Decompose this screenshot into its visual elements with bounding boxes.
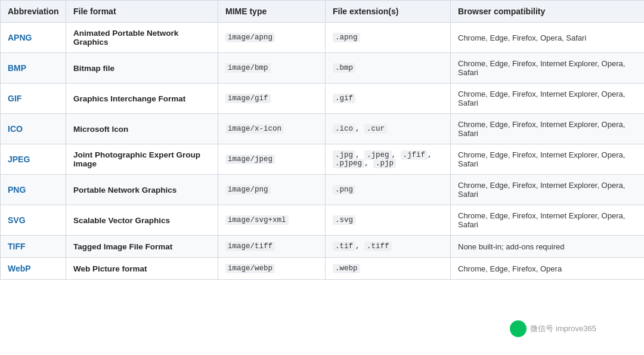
cell-browser-compatibility: None built-in; add-ons required <box>451 236 645 258</box>
cell-file-format: Tagged Image File Format <box>66 236 218 258</box>
watermark-icon <box>510 320 527 337</box>
cell-mime-type: image/png <box>218 175 326 205</box>
cell-file-extensions: .webp <box>326 258 451 280</box>
watermark-text: 微信号 improve365 <box>530 323 596 334</box>
cell-browser-compatibility: Chrome, Edge, Firefox, Opera, Safari <box>451 23 645 53</box>
cell-browser-compatibility: Chrome, Edge, Firefox, Internet Explorer… <box>451 144 645 175</box>
header-browser-compatibility: Browser compatibility <box>451 1 645 23</box>
cell-mime-type: image/svg+xml <box>218 205 326 236</box>
cell-mime-type: image/jpeg <box>218 144 326 175</box>
cell-file-extensions: .gif <box>326 84 451 114</box>
cell-abbreviation: APNG <box>1 23 66 53</box>
cell-mime-type: image/gif <box>218 84 326 114</box>
table-row: ICOMicrosoft Iconimage/x-icon.ico, .curC… <box>1 114 645 144</box>
cell-file-format: Joint Photographic Expert Group image <box>66 144 218 175</box>
table-row: JPEGJoint Photographic Expert Group imag… <box>1 144 645 175</box>
header-abbreviation: Abbreviation <box>1 1 66 23</box>
cell-file-format: Portable Network Graphics <box>66 175 218 205</box>
table-row: WebPWeb Picture formatimage/webp.webpChr… <box>1 258 645 280</box>
header-file-format: File format <box>66 1 218 23</box>
cell-abbreviation: GIF <box>1 84 66 114</box>
cell-browser-compatibility: Chrome, Edge, Firefox, Internet Explorer… <box>451 53 645 84</box>
cell-file-extensions: .bmp <box>326 53 451 84</box>
cell-browser-compatibility: Chrome, Edge, Firefox, Internet Explorer… <box>451 114 645 144</box>
cell-abbreviation: TIFF <box>1 236 66 258</box>
cell-browser-compatibility: Chrome, Edge, Firefox, Opera <box>451 258 645 280</box>
cell-abbreviation: BMP <box>1 53 66 84</box>
table-header-row: Abbreviation File format MIME type File … <box>1 1 645 23</box>
header-file-extensions: File extension(s) <box>326 1 451 23</box>
cell-file-extensions: .ico, .cur <box>326 114 451 144</box>
cell-browser-compatibility: Chrome, Edge, Firefox, Internet Explorer… <box>451 175 645 205</box>
cell-abbreviation: SVG <box>1 205 66 236</box>
table-row: GIFGraphics Interchange Formatimage/gif.… <box>1 84 645 114</box>
cell-mime-type: image/bmp <box>218 53 326 84</box>
table-row: TIFFTagged Image File Formatimage/tiff.t… <box>1 236 645 258</box>
cell-abbreviation: ICO <box>1 114 66 144</box>
watermark: 微信号 improve365 <box>510 320 596 337</box>
cell-browser-compatibility: Chrome, Edge, Firefox, Internet Explorer… <box>451 84 645 114</box>
cell-file-format: Animated Portable Network Graphics <box>66 23 218 53</box>
cell-file-format: Web Picture format <box>66 258 218 280</box>
header-mime-type: MIME type <box>218 1 326 23</box>
cell-file-extensions: .jpg, .jpeg, .jfif, .pjpeg, .pjp <box>326 144 451 175</box>
cell-abbreviation: JPEG <box>1 144 66 175</box>
cell-mime-type: image/tiff <box>218 236 326 258</box>
cell-abbreviation: WebP <box>1 258 66 280</box>
cell-file-format: Scalable Vector Graphics <box>66 205 218 236</box>
cell-abbreviation: PNG <box>1 175 66 205</box>
table-row: SVGScalable Vector Graphicsimage/svg+xml… <box>1 205 645 236</box>
cell-file-extensions: .tif, .tiff <box>326 236 451 258</box>
cell-mime-type: image/x-icon <box>218 114 326 144</box>
cell-file-format: Bitmap file <box>66 53 218 84</box>
cell-file-extensions: .png <box>326 175 451 205</box>
cell-file-extensions: .apng <box>326 23 451 53</box>
cell-file-extensions: .svg <box>326 205 451 236</box>
image-formats-table: Abbreviation File format MIME type File … <box>0 0 644 280</box>
cell-file-format: Microsoft Icon <box>66 114 218 144</box>
table-row: BMPBitmap fileimage/bmp.bmpChrome, Edge,… <box>1 53 645 84</box>
table-row: APNGAnimated Portable Network Graphicsim… <box>1 23 645 53</box>
cell-browser-compatibility: Chrome, Edge, Firefox, Internet Explorer… <box>451 205 645 236</box>
cell-file-format: Graphics Interchange Format <box>66 84 218 114</box>
table-row: PNGPortable Network Graphicsimage/png.pn… <box>1 175 645 205</box>
cell-mime-type: image/webp <box>218 258 326 280</box>
cell-mime-type: image/apng <box>218 23 326 53</box>
